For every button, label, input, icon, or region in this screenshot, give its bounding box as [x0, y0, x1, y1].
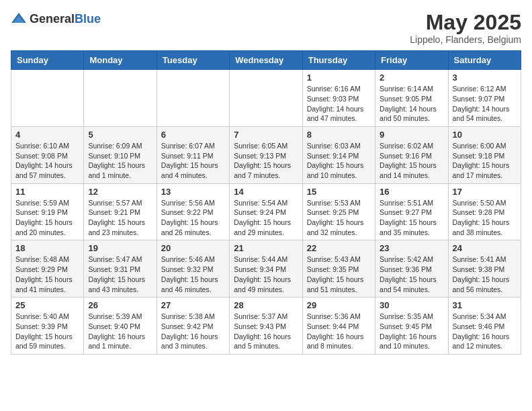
- day-number: 18: [15, 243, 79, 253]
- day-number: 6: [161, 130, 225, 140]
- day-info: Sunrise: 5:41 AMSunset: 9:38 PMDaylight:…: [453, 255, 517, 294]
- day-info: Sunrise: 5:38 AMSunset: 9:42 PMDaylight:…: [161, 312, 225, 351]
- day-info: Sunrise: 5:47 AMSunset: 9:31 PMDaylight:…: [88, 255, 152, 294]
- calendar-cell: 25Sunrise: 5:40 AMSunset: 9:39 PMDayligh…: [11, 298, 84, 355]
- day-info: Sunrise: 5:56 AMSunset: 9:22 PMDaylight:…: [161, 198, 225, 238]
- calendar-table: SundayMondayTuesdayWednesdayThursdayFrid…: [11, 50, 521, 355]
- day-number: 22: [307, 243, 371, 253]
- day-info: Sunrise: 5:37 AMSunset: 9:43 PMDaylight:…: [234, 312, 298, 351]
- calendar-week-3: 11Sunrise: 5:59 AMSunset: 9:19 PMDayligh…: [11, 183, 521, 240]
- day-number: 15: [307, 187, 371, 197]
- logo-general: General: [30, 12, 75, 26]
- day-number: 25: [15, 300, 79, 310]
- logo: GeneralBlue: [11, 11, 101, 27]
- calendar-cell: [11, 70, 84, 127]
- day-info: Sunrise: 6:05 AMSunset: 9:13 PMDaylight:…: [234, 141, 298, 181]
- column-header-monday: Monday: [84, 51, 157, 70]
- day-info: Sunrise: 5:57 AMSunset: 9:21 PMDaylight:…: [88, 198, 152, 238]
- calendar-cell: 15Sunrise: 5:53 AMSunset: 9:25 PMDayligh…: [302, 183, 375, 240]
- calendar-cell: 10Sunrise: 6:00 AMSunset: 9:18 PMDayligh…: [448, 126, 521, 183]
- calendar-cell: 3Sunrise: 6:12 AMSunset: 9:07 PMDaylight…: [448, 70, 521, 127]
- calendar-cell: 13Sunrise: 5:56 AMSunset: 9:22 PMDayligh…: [157, 183, 229, 240]
- day-number: 5: [88, 130, 152, 140]
- day-info: Sunrise: 5:46 AMSunset: 9:32 PMDaylight:…: [161, 255, 225, 294]
- day-number: 23: [380, 243, 443, 253]
- calendar-cell: 17Sunrise: 5:50 AMSunset: 9:28 PMDayligh…: [448, 183, 521, 240]
- day-info: Sunrise: 5:48 AMSunset: 9:29 PMDaylight:…: [15, 255, 79, 294]
- calendar-cell: 9Sunrise: 6:02 AMSunset: 9:16 PMDaylight…: [375, 126, 448, 183]
- title-section: May 2025 Lippelo, Flanders, Belgium: [410, 11, 521, 45]
- day-info: Sunrise: 6:02 AMSunset: 9:16 PMDaylight:…: [380, 141, 443, 181]
- calendar-body: 1Sunrise: 6:16 AMSunset: 9:03 PMDaylight…: [11, 70, 521, 355]
- calendar-cell: 21Sunrise: 5:44 AMSunset: 9:34 PMDayligh…: [230, 240, 302, 298]
- day-info: Sunrise: 5:39 AMSunset: 9:40 PMDaylight:…: [88, 312, 152, 351]
- day-info: Sunrise: 5:50 AMSunset: 9:28 PMDaylight:…: [453, 198, 517, 238]
- calendar-week-4: 18Sunrise: 5:48 AMSunset: 9:29 PMDayligh…: [11, 240, 521, 298]
- day-number: 12: [88, 187, 152, 197]
- calendar-week-5: 25Sunrise: 5:40 AMSunset: 9:39 PMDayligh…: [11, 298, 521, 355]
- day-number: 31: [453, 300, 517, 310]
- calendar-cell: [84, 70, 157, 127]
- column-header-saturday: Saturday: [448, 51, 521, 70]
- calendar-cell: 4Sunrise: 6:10 AMSunset: 9:08 PMDaylight…: [11, 126, 84, 183]
- day-info: Sunrise: 6:16 AMSunset: 9:03 PMDaylight:…: [307, 84, 371, 124]
- day-info: Sunrise: 6:07 AMSunset: 9:11 PMDaylight:…: [161, 141, 225, 181]
- calendar-cell: 11Sunrise: 5:59 AMSunset: 9:19 PMDayligh…: [11, 183, 84, 240]
- calendar-cell: 29Sunrise: 5:36 AMSunset: 9:44 PMDayligh…: [302, 298, 375, 355]
- day-number: 7: [234, 130, 298, 140]
- calendar-cell: 19Sunrise: 5:47 AMSunset: 9:31 PMDayligh…: [84, 240, 157, 298]
- header-row: SundayMondayTuesdayWednesdayThursdayFrid…: [11, 51, 521, 70]
- day-number: 24: [453, 243, 517, 253]
- day-number: 4: [15, 130, 79, 140]
- calendar-week-1: 1Sunrise: 6:16 AMSunset: 9:03 PMDaylight…: [11, 70, 521, 127]
- calendar-cell: 22Sunrise: 5:43 AMSunset: 9:35 PMDayligh…: [302, 240, 375, 298]
- day-info: Sunrise: 6:03 AMSunset: 9:14 PMDaylight:…: [307, 141, 371, 181]
- column-header-wednesday: Wednesday: [230, 51, 302, 70]
- calendar-cell: 27Sunrise: 5:38 AMSunset: 9:42 PMDayligh…: [157, 298, 229, 355]
- calendar-cell: 7Sunrise: 6:05 AMSunset: 9:13 PMDaylight…: [230, 126, 302, 183]
- location-subtitle: Lippelo, Flanders, Belgium: [410, 34, 521, 45]
- day-number: 19: [88, 243, 152, 253]
- calendar-cell: 12Sunrise: 5:57 AMSunset: 9:21 PMDayligh…: [84, 183, 157, 240]
- day-info: Sunrise: 5:35 AMSunset: 9:45 PMDaylight:…: [380, 312, 443, 351]
- day-info: Sunrise: 6:12 AMSunset: 9:07 PMDaylight:…: [453, 84, 517, 124]
- calendar-cell: 28Sunrise: 5:37 AMSunset: 9:43 PMDayligh…: [230, 298, 302, 355]
- calendar-cell: 5Sunrise: 6:09 AMSunset: 9:10 PMDaylight…: [84, 126, 157, 183]
- day-number: 30: [380, 300, 443, 310]
- day-info: Sunrise: 6:09 AMSunset: 9:10 PMDaylight:…: [88, 141, 152, 181]
- day-info: Sunrise: 5:53 AMSunset: 9:25 PMDaylight:…: [307, 198, 371, 238]
- day-info: Sunrise: 5:36 AMSunset: 9:44 PMDaylight:…: [307, 312, 371, 351]
- day-info: Sunrise: 5:51 AMSunset: 9:27 PMDaylight:…: [380, 198, 443, 238]
- day-number: 11: [15, 187, 79, 197]
- calendar-cell: [230, 70, 302, 127]
- calendar-cell: 14Sunrise: 5:54 AMSunset: 9:24 PMDayligh…: [230, 183, 302, 240]
- calendar-header: SundayMondayTuesdayWednesdayThursdayFrid…: [11, 51, 521, 70]
- day-number: 28: [234, 300, 298, 310]
- calendar-cell: 31Sunrise: 5:34 AMSunset: 9:46 PMDayligh…: [448, 298, 521, 355]
- logo-icon: [11, 11, 27, 27]
- day-info: Sunrise: 6:00 AMSunset: 9:18 PMDaylight:…: [453, 141, 517, 181]
- day-number: 26: [88, 300, 152, 310]
- day-number: 14: [234, 187, 298, 197]
- day-number: 17: [453, 187, 517, 197]
- day-number: 21: [234, 243, 298, 253]
- day-number: 16: [380, 187, 443, 197]
- logo-blue: Blue: [75, 12, 101, 26]
- calendar-cell: 1Sunrise: 6:16 AMSunset: 9:03 PMDaylight…: [302, 70, 375, 127]
- day-number: 27: [161, 300, 225, 310]
- day-number: 1: [307, 73, 371, 83]
- month-year-title: May 2025: [410, 11, 521, 34]
- day-info: Sunrise: 5:40 AMSunset: 9:39 PMDaylight:…: [15, 312, 79, 351]
- day-number: 29: [307, 300, 371, 310]
- calendar-cell: 6Sunrise: 6:07 AMSunset: 9:11 PMDaylight…: [157, 126, 229, 183]
- column-header-thursday: Thursday: [302, 51, 375, 70]
- day-number: 13: [161, 187, 225, 197]
- day-info: Sunrise: 5:44 AMSunset: 9:34 PMDaylight:…: [234, 255, 298, 294]
- day-info: Sunrise: 6:14 AMSunset: 9:05 PMDaylight:…: [380, 84, 443, 124]
- calendar-cell: 20Sunrise: 5:46 AMSunset: 9:32 PMDayligh…: [157, 240, 229, 298]
- calendar-week-2: 4Sunrise: 6:10 AMSunset: 9:08 PMDaylight…: [11, 126, 521, 183]
- calendar-cell: 23Sunrise: 5:42 AMSunset: 9:36 PMDayligh…: [375, 240, 448, 298]
- day-info: Sunrise: 5:54 AMSunset: 9:24 PMDaylight:…: [234, 198, 298, 238]
- day-number: 8: [307, 130, 371, 140]
- calendar-cell: [157, 70, 229, 127]
